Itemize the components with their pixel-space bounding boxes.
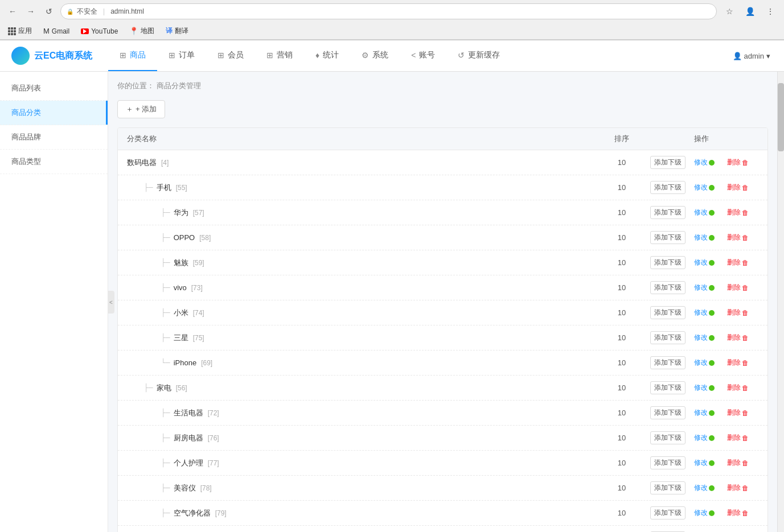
delete-button[interactable]: 删除 🗑 bbox=[723, 356, 753, 369]
row-id: [55] bbox=[176, 184, 187, 192]
cell-sort: 10 bbox=[599, 383, 645, 392]
profile-button[interactable]: 👤 bbox=[742, 3, 758, 19]
add-sub-button[interactable]: 添加下级 bbox=[650, 231, 686, 244]
members-icon: ⊞ bbox=[217, 51, 224, 60]
table-row: ├─ 魅族 [59] 10 添加下级 修改 删除 🗑 bbox=[118, 250, 767, 275]
forward-button[interactable]: → bbox=[24, 5, 38, 18]
delete-button[interactable]: 删除 🗑 bbox=[723, 156, 753, 169]
edit-button[interactable]: 修改 bbox=[690, 231, 719, 244]
scrollbar-thumb[interactable] bbox=[778, 83, 784, 151]
delete-button[interactable]: 删除 🗑 bbox=[723, 431, 753, 444]
delete-button[interactable]: 删除 🗑 bbox=[723, 406, 753, 419]
bookmark-apps[interactable]: 应用 bbox=[6, 25, 34, 37]
nav-item-marketing[interactable]: ⊞ 营销 bbox=[255, 40, 304, 71]
browser-toolbar: ← → ↺ 🔒 不安全 | admin.html ☆ 👤 ⋮ bbox=[0, 0, 784, 23]
edit-button[interactable]: 修改 bbox=[690, 306, 719, 319]
edit-button[interactable]: 修改 bbox=[690, 481, 719, 494]
edit-button[interactable]: 修改 bbox=[690, 431, 719, 444]
add-sub-button[interactable]: 添加下级 bbox=[650, 381, 686, 394]
delete-button[interactable]: 删除 🗑 bbox=[723, 456, 753, 469]
row-name: 家电 bbox=[157, 383, 171, 393]
add-sub-button[interactable]: 添加下级 bbox=[650, 281, 686, 294]
apps-grid-icon bbox=[8, 27, 16, 35]
bookmark-translate[interactable]: 译 翻译 bbox=[163, 25, 191, 37]
edit-button[interactable]: 修改 bbox=[690, 156, 719, 169]
edit-button[interactable]: 修改 bbox=[690, 381, 719, 394]
nav-item-members[interactable]: ⊞ 会员 bbox=[206, 40, 255, 71]
add-sub-button[interactable]: 添加下级 bbox=[650, 481, 686, 494]
delete-button[interactable]: 删除 🗑 bbox=[723, 381, 753, 394]
edit-button[interactable]: 修改 bbox=[690, 181, 719, 194]
delete-button[interactable]: 删除 🗑 bbox=[723, 506, 753, 519]
account-icon: < bbox=[411, 51, 416, 60]
row-name: 魅族 bbox=[174, 258, 188, 268]
bookmark-youtube[interactable]: YouTube bbox=[79, 26, 120, 36]
nav-item-orders[interactable]: ⊞ 订单 bbox=[157, 40, 206, 71]
add-sub-button[interactable]: 添加下级 bbox=[650, 456, 686, 469]
delete-button[interactable]: 删除 🗑 bbox=[723, 331, 753, 344]
delete-button[interactable]: 删除 🗑 bbox=[723, 481, 753, 494]
cell-action: 添加下级 修改 删除 🗑 bbox=[645, 281, 758, 294]
nav-item-account[interactable]: < 账号 bbox=[400, 40, 446, 71]
sidebar-item-goods-brand[interactable]: 商品品牌 bbox=[0, 125, 108, 150]
edit-button[interactable]: 修改 bbox=[690, 406, 719, 419]
add-sub-button[interactable]: 添加下级 bbox=[650, 306, 686, 319]
page-scrollbar[interactable] bbox=[777, 72, 784, 532]
add-sub-button[interactable]: 添加下级 bbox=[650, 181, 686, 194]
app-container: 云EC电商系统 ⊞ 商品 ⊞ 订单 ⊞ 会员 ⊞ 营销 ♦ 统计 bbox=[0, 40, 784, 532]
add-sub-button[interactable]: 添加下级 bbox=[650, 406, 686, 419]
sidebar-item-goods-list[interactable]: 商品列表 bbox=[0, 76, 108, 101]
edit-button[interactable]: 修改 bbox=[690, 456, 719, 469]
add-sub-button[interactable]: 添加下级 bbox=[650, 256, 686, 269]
edit-button[interactable]: 修改 bbox=[690, 256, 719, 269]
bookmark-maps[interactable]: 📍 地图 bbox=[127, 25, 157, 37]
delete-button[interactable]: 删除 🗑 bbox=[723, 231, 753, 244]
cell-action: 添加下级 修改 删除 🗑 bbox=[645, 156, 758, 169]
add-button[interactable]: ＋ + 添加 bbox=[117, 100, 165, 118]
tree-prefix: ├─ bbox=[161, 333, 170, 342]
refresh-button[interactable]: ↺ bbox=[42, 5, 56, 18]
nav-item-cache[interactable]: ↺ 更新缓存 bbox=[446, 40, 511, 71]
edit-button[interactable]: 修改 bbox=[690, 506, 719, 519]
delete-button[interactable]: 删除 🗑 bbox=[723, 281, 753, 294]
bookmarks-bar: 应用 M Gmail YouTube 📍 地图 译 翻译 bbox=[0, 23, 784, 40]
nav-item-system[interactable]: ⚙ 系统 bbox=[350, 40, 400, 71]
nav-item-goods[interactable]: ⊞ 商品 bbox=[108, 40, 157, 71]
sidebar-collapse-handle[interactable]: < bbox=[108, 291, 114, 314]
cell-sort: 10 bbox=[599, 308, 645, 317]
add-sub-button[interactable]: 添加下级 bbox=[650, 506, 686, 519]
add-sub-button[interactable]: 添加下级 bbox=[650, 431, 686, 444]
cell-name: ├─ OPPO [58] bbox=[161, 233, 599, 242]
edit-button[interactable]: 修改 bbox=[690, 356, 719, 369]
add-sub-button[interactable]: 添加下级 bbox=[650, 331, 686, 344]
add-sub-button[interactable]: 添加下级 bbox=[650, 356, 686, 369]
add-sub-button[interactable]: 添加下级 bbox=[650, 156, 686, 169]
nav-item-stats[interactable]: ♦ 统计 bbox=[304, 40, 350, 71]
delete-button[interactable]: 删除 🗑 bbox=[723, 256, 753, 269]
edit-button[interactable]: 修改 bbox=[690, 281, 719, 294]
table-row: ├─ 个人护理 [77] 10 添加下级 修改 删除 🗑 bbox=[118, 451, 767, 476]
tree-prefix: ├─ bbox=[161, 434, 170, 442]
bookmark-gmail[interactable]: M Gmail bbox=[41, 26, 72, 36]
address-bar[interactable]: 🔒 不安全 | admin.html bbox=[60, 3, 717, 19]
menu-button[interactable]: ⋮ bbox=[762, 3, 778, 19]
orders-icon: ⊞ bbox=[169, 51, 175, 60]
sidebar-item-goods-type[interactable]: 商品类型 bbox=[0, 150, 108, 174]
delete-button[interactable]: 删除 🗑 bbox=[723, 181, 753, 194]
add-icon: ＋ bbox=[126, 104, 133, 114]
tree-prefix: ├─ bbox=[161, 233, 170, 242]
table-row: ├─ 空气净化器 [79] 10 添加下级 修改 删除 🗑 bbox=[118, 501, 767, 526]
trash-icon: 🗑 bbox=[742, 409, 749, 417]
cell-name: ├─ vivo [73] bbox=[161, 283, 599, 292]
admin-menu[interactable]: 👤 admin ▾ bbox=[728, 50, 775, 63]
edit-button[interactable]: 修改 bbox=[690, 331, 719, 344]
star-button[interactable]: ☆ bbox=[721, 3, 737, 19]
sidebar-item-goods-category[interactable]: 商品分类 bbox=[0, 101, 108, 125]
youtube-icon bbox=[81, 28, 89, 34]
edit-button[interactable]: 修改 bbox=[690, 206, 719, 219]
back-button[interactable]: ← bbox=[6, 5, 19, 18]
nav-label-stats: 统计 bbox=[323, 50, 339, 60]
add-sub-button[interactable]: 添加下级 bbox=[650, 206, 686, 219]
delete-button[interactable]: 删除 🗑 bbox=[723, 206, 753, 219]
delete-button[interactable]: 删除 🗑 bbox=[723, 306, 753, 319]
